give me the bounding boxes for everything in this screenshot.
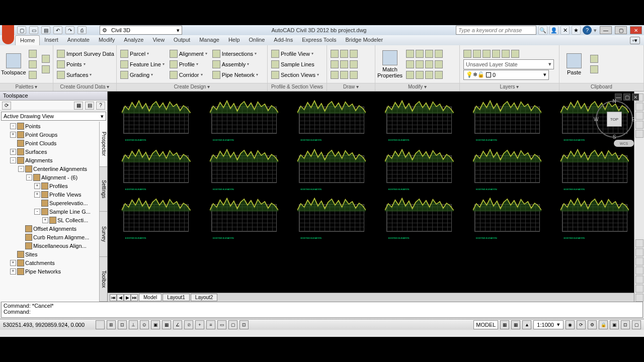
ribbon-group-draw[interactable]: Draw ▾ (327, 83, 375, 91)
tab-modify[interactable]: Modify (94, 35, 119, 45)
status-ortho-icon[interactable]: ⊥ (129, 320, 138, 329)
tree-node[interactable]: -Centerline Alignments (0, 164, 107, 173)
qat-new-icon[interactable]: ▢ (17, 26, 26, 34)
status-hardware-icon[interactable]: ▣ (610, 320, 619, 329)
expander-icon[interactable]: + (34, 183, 40, 189)
minimize-button[interactable]: — (600, 26, 612, 34)
nav-tool-7[interactable] (635, 294, 643, 302)
layer-icon-3[interactable] (482, 50, 491, 58)
surfaces-button[interactable]: Surfaces▾ (55, 70, 116, 80)
toolspace-help-icon[interactable]: ? (96, 102, 105, 110)
status-3dosnap-icon[interactable]: ▦ (162, 320, 171, 329)
status-infer-icon[interactable] (96, 320, 105, 329)
command-line[interactable]: Command: *Cancel* Command: (1, 302, 643, 318)
tree-node[interactable]: +Profile Views (0, 190, 107, 199)
viewcube[interactable]: N S E W TOP (596, 101, 633, 138)
tab-insert[interactable]: Insert (40, 35, 63, 45)
status-isolate-icon[interactable]: ⊡ (621, 320, 630, 329)
tree-node[interactable]: +Point Groups (0, 130, 107, 139)
import-survey-data-button[interactable]: Import Survey Data (55, 49, 116, 59)
nav-tool-6[interactable] (635, 285, 643, 293)
workspace-dropdown[interactable]: ⚙ Civil 3D ▾ (100, 26, 182, 35)
feature-line-button[interactable]: Feature Line▾ (119, 59, 166, 69)
draw-line-button[interactable] (329, 49, 359, 59)
status-snap-icon[interactable]: ⊞ (107, 320, 116, 329)
palette-btn-4[interactable] (40, 54, 51, 64)
layer-icon-6[interactable] (511, 50, 519, 58)
alignment-button[interactable]: Alignment▾ (168, 49, 209, 59)
exchange-icon[interactable]: ✕ (560, 26, 570, 35)
cut-button[interactable] (589, 54, 600, 64)
paste-button[interactable]: Paste (560, 53, 588, 75)
tree-node[interactable]: Sites (0, 250, 107, 258)
qat-print-icon[interactable]: ⎙ (77, 26, 87, 34)
tree-node[interactable]: Offset Alignments (0, 224, 107, 233)
qat-redo-icon[interactable]: ↷ (65, 26, 74, 34)
nav-tool-3[interactable] (635, 257, 643, 265)
layout-tab-model[interactable]: Model (139, 294, 162, 301)
status-anno-auto-icon[interactable]: ⟳ (577, 320, 586, 329)
toolspace-refresh-icon[interactable]: ⟳ (2, 102, 11, 110)
toolspace-tab-toolbox[interactable]: Toolbox (100, 257, 107, 302)
tree-node[interactable]: -Alignments (0, 156, 107, 164)
status-lwt-icon[interactable]: ≡ (206, 320, 215, 329)
viewcube-north[interactable]: N (612, 99, 616, 104)
tree-node[interactable]: Miscellaneous Align... (0, 241, 107, 250)
tab-view[interactable]: View (148, 35, 169, 45)
nav-tool-2[interactable] (635, 248, 643, 256)
status-dyn-icon[interactable]: + (195, 320, 204, 329)
status-qv-layouts-icon[interactable]: ▦ (500, 320, 509, 329)
tab-manage[interactable]: Manage (195, 35, 224, 45)
nav-pan-icon[interactable] (635, 103, 643, 111)
qat-open-icon[interactable]: ▭ (29, 26, 38, 34)
expander-icon[interactable]: - (34, 209, 40, 215)
ribbon-group-design[interactable]: Create Design ▾ (117, 83, 267, 91)
status-tpy-icon[interactable]: ▭ (217, 320, 226, 329)
corridor-button[interactable]: Corridor▾ (168, 70, 209, 80)
toolspace-button[interactable]: Toolspace (1, 53, 26, 75)
viewcube-west[interactable]: W (594, 117, 598, 122)
toolspace-view-icon-2[interactable]: ▤ (85, 102, 94, 110)
expander-icon[interactable]: - (10, 157, 16, 163)
layout-nav-last-icon[interactable]: ⏭ (131, 294, 138, 301)
status-sc-icon[interactable]: ⊡ (239, 320, 249, 329)
layer-icon-2[interactable] (473, 50, 481, 58)
modify-row-1[interactable] (405, 49, 444, 59)
help-search-input[interactable] (456, 26, 536, 35)
nav-tool-4[interactable] (635, 266, 643, 275)
sample-lines-button[interactable]: Sample Lines (270, 59, 320, 69)
profile-button[interactable]: Profile▾ (168, 59, 209, 69)
tree-node[interactable]: Curb Return Alignme... (0, 233, 107, 241)
expander-icon[interactable]: - (10, 123, 16, 129)
tab-output[interactable]: Output (169, 35, 195, 45)
tree-node[interactable]: +Catchments (0, 258, 107, 267)
status-ws-switch-icon[interactable]: ⚙ (588, 320, 597, 329)
tab-analyze[interactable]: Analyze (119, 35, 148, 45)
ribbon-group-layers[interactable]: Layers ▾ (460, 83, 559, 91)
layer-dropdown[interactable]: 💡❄🔓0▾ (463, 70, 549, 80)
tab-annotate[interactable]: Annotate (63, 35, 94, 45)
profile-view-button[interactable]: Profile View▾ (270, 49, 320, 59)
section-views-button[interactable]: Section Views▾ (270, 70, 320, 80)
drawing-canvas[interactable]: — ▢ ✕ EXISTING ELEVATION EXISTING ELEVAT… (108, 92, 644, 293)
ribbon-group-palettes[interactable]: Palettes ▾ (0, 83, 53, 91)
tree-node[interactable]: +SL Collecti... (0, 216, 107, 224)
status-anno-vis-icon[interactable]: ◉ (566, 320, 575, 329)
tree-node[interactable]: -Sample Line G... (0, 207, 107, 216)
expander-icon[interactable]: + (10, 149, 16, 155)
layout-nav-next-icon[interactable]: ▶ (124, 294, 131, 301)
pipe-network-button[interactable]: Pipe Network▾ (211, 70, 260, 80)
status-qv-drawings-icon[interactable]: ▦ (511, 320, 520, 329)
status-otrack-icon[interactable]: ∠ (173, 320, 182, 329)
nav-orbit-icon[interactable] (635, 121, 643, 129)
tab-bridge-modeler[interactable]: Bridge Modeler (341, 35, 388, 45)
expander-icon[interactable]: + (10, 132, 16, 138)
tree-node[interactable]: +Profiles (0, 182, 107, 190)
palette-btn-5[interactable] (40, 64, 51, 74)
expander-icon[interactable]: - (18, 166, 24, 172)
ribbon-minimize-icon[interactable]: ▫▾ (630, 37, 640, 44)
points-button[interactable]: Points▾ (55, 59, 116, 69)
layer-icon-1[interactable] (463, 50, 471, 58)
signin-icon[interactable]: 👤 (549, 26, 558, 35)
layer-icon-5[interactable] (502, 50, 510, 58)
